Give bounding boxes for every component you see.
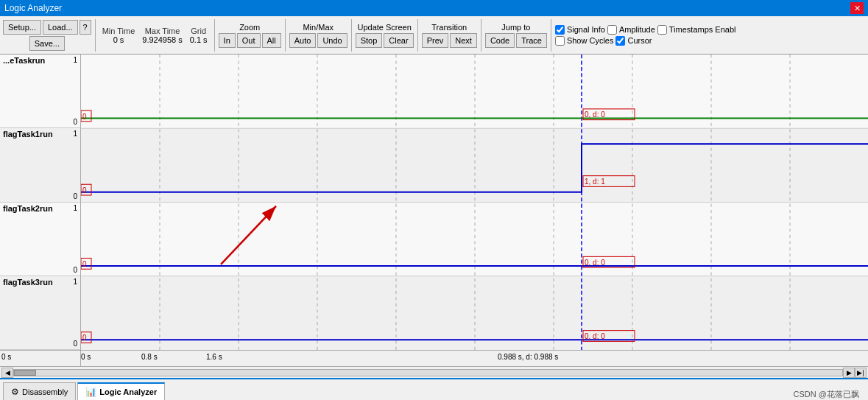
svg-rect-1	[81, 128, 868, 202]
waveform-container: ...eTaskrun 1 0 flagTask1run 1 0 flagTas	[0, 55, 868, 350]
window-title: Logic Analyzer	[4, 3, 62, 13]
scale-1-0: 1	[73, 56, 77, 64]
svg-text:0: 0	[82, 112, 87, 120]
auto-button[interactable]: Auto	[289, 33, 317, 48]
scale-0-0: 0	[73, 118, 77, 126]
scale-1-2: 1	[73, 204, 77, 212]
trace-button[interactable]: Trace	[516, 33, 547, 48]
next-button[interactable]: Next	[450, 33, 477, 48]
scrollbar-thumb[interactable]	[14, 370, 36, 376]
signal-info-checkbox[interactable]	[555, 25, 565, 35]
sep2	[214, 19, 215, 52]
svg-text:0: 0	[82, 334, 87, 342]
scroll-end-button[interactable]: ▶|	[855, 368, 867, 378]
scrollbar-track[interactable]	[13, 369, 843, 376]
save-button[interactable]: Save...	[29, 36, 65, 51]
undo-button[interactable]: Undo	[317, 33, 347, 48]
signal-row-1: flagTask1run 1 0	[0, 128, 80, 202]
amplitude-checkbox[interactable]	[607, 25, 617, 35]
signal-row-3: flagTask3run 1 0	[0, 276, 80, 350]
signal-name-0: ...eTaskrun	[3, 56, 45, 65]
max-time-group: Max Time 9.924958 s	[142, 27, 182, 44]
signal-labels: ...eTaskrun 1 0 flagTask1run 1 0 flagTas	[0, 55, 81, 350]
min-time-group: Min Time 0 s	[102, 27, 135, 44]
max-time-value: 9.924958 s	[142, 35, 182, 44]
main-area: ...eTaskrun 1 0 flagTask1run 1 0 flagTas	[0, 55, 868, 378]
svg-rect-2	[81, 203, 868, 276]
svg-text:0,  d: 0: 0, d: 0	[585, 259, 605, 267]
timestamps-checkbox[interactable]	[657, 25, 667, 35]
signal-info-label: Signal Info	[567, 25, 605, 34]
tab-logic-analyzer[interactable]: 📊 Logic Analyzer	[77, 382, 165, 400]
signal-name-2: flagTask2run	[3, 204, 53, 213]
logic-analyzer-tab-label: Logic Analyzer	[99, 387, 157, 396]
tab-disassembly[interactable]: ⚙ Disassembly	[3, 382, 76, 400]
scroll-right-button[interactable]: ▶	[843, 368, 855, 378]
update-group: Update Screen Stop Clear	[356, 23, 414, 48]
transition-group: Transition Prev Next	[422, 23, 477, 48]
options-group: Signal Info Amplitude Timestamps Enabl S…	[555, 25, 736, 46]
help-button[interactable]: ?	[80, 20, 91, 35]
zoom-all-button[interactable]: All	[262, 33, 281, 48]
timestamps-label: Timestamps Enabl	[669, 25, 736, 34]
scale-1-1: 1	[73, 130, 77, 138]
svg-text:0: 0	[82, 186, 87, 194]
title-bar: Logic Analyzer ✕	[0, 0, 868, 16]
signal-row-0: ...eTaskrun 1 0	[0, 55, 80, 128]
sep1	[95, 19, 96, 52]
max-time-label: Max Time	[145, 27, 180, 35]
cursor-checkbox[interactable]	[615, 36, 625, 46]
svg-text:0,  d: 0: 0, d: 0	[585, 332, 605, 340]
scale-1-3: 1	[73, 278, 77, 286]
sep7	[551, 19, 551, 52]
clear-button[interactable]: Clear	[384, 33, 413, 48]
show-cycles-checkbox[interactable]	[555, 36, 565, 46]
waveform-svg: 0 0, d: 0 0 1, d: 1 0 0, d: 0	[81, 55, 868, 350]
scrollbar: ◀ ▶ ▶|	[0, 366, 868, 378]
disassembly-tab-label: Disassembly	[22, 387, 68, 396]
cursor-label: Cursor	[627, 36, 652, 45]
sep6	[481, 19, 481, 52]
tab-bar: ⚙ Disassembly 📊 Logic Analyzer CSDN @花落已…	[0, 378, 868, 400]
zoom-label: Zoom	[239, 23, 260, 32]
zoom-group: Zoom In Out All	[219, 23, 281, 48]
logic-analyzer-icon: 📊	[85, 387, 96, 397]
scroll-left-button[interactable]: ◀	[1, 368, 13, 378]
minmax-group: Min/Max Auto Undo	[289, 23, 347, 48]
setup-button[interactable]: Setup...	[3, 20, 41, 35]
update-screen-label: Update Screen	[357, 23, 411, 32]
waveform-area[interactable]: 0 0, d: 0 0 1, d: 1 0 0, d: 0	[81, 55, 868, 350]
sep3	[285, 19, 286, 52]
prev-button[interactable]: Prev	[422, 33, 449, 48]
stop-button[interactable]: Stop	[356, 33, 383, 48]
transition-label: Transition	[431, 23, 467, 32]
time-zero-label: 0 s	[0, 351, 81, 366]
sep5	[417, 19, 418, 52]
scale-0-3: 0	[73, 340, 77, 348]
status-text: CSDN @花落已飘	[794, 389, 859, 400]
toolbar: Setup... Load... ? Save... Min Time 0 s …	[0, 16, 868, 55]
file-group: Setup... Load... ? Save...	[3, 20, 91, 51]
amplitude-label: Amplitude	[619, 25, 655, 34]
zoom-out-button[interactable]: Out	[237, 33, 261, 48]
scale-0-1: 0	[73, 192, 77, 200]
code-button[interactable]: Code	[485, 33, 515, 48]
jumpto-group: Jump to Code Trace	[485, 23, 547, 48]
load-button[interactable]: Load...	[43, 20, 78, 35]
signal-name-3: flagTask3run	[3, 278, 53, 287]
time-marker-1-6s: 1.6 s	[206, 353, 222, 361]
sep4	[351, 19, 352, 52]
min-time-value: 0 s	[113, 35, 124, 44]
close-button[interactable]: ✕	[850, 2, 864, 14]
svg-text:0: 0	[82, 260, 87, 268]
min-time-label: Min Time	[102, 27, 135, 35]
show-cycles-label: Show Cycles	[567, 36, 614, 45]
disassembly-icon: ⚙	[11, 387, 19, 397]
grid-group: Grid 0.1 s	[190, 27, 208, 44]
time-axis: 0 s 0 s 0.8 s 0.988 s, d: 0.988 s 1.6 s	[0, 350, 868, 366]
cursor-time-label: 0.988 s, d: 0.988 s	[498, 353, 558, 361]
signal-name-1: flagTask1run	[3, 130, 53, 138]
time-marker-0s: 0 s	[81, 353, 91, 361]
scale-0-2: 0	[73, 266, 77, 274]
zoom-in-button[interactable]: In	[219, 33, 236, 48]
